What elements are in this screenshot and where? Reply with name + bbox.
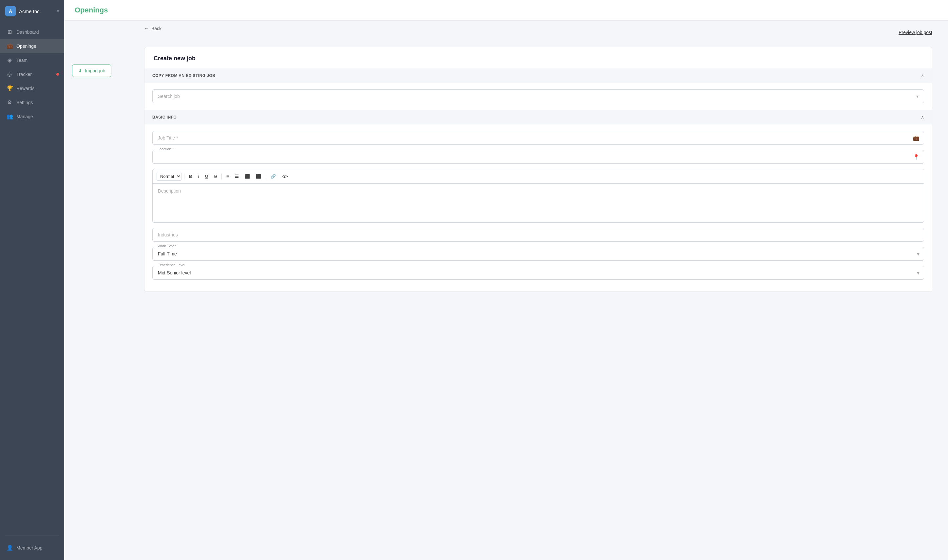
bold-button[interactable]: B bbox=[187, 173, 194, 180]
sidebar-item-label: Manage bbox=[16, 114, 33, 119]
sidebar: A Acme Inc. ▾ ⊞ Dashboard 💼 Openings ◈ T… bbox=[0, 0, 64, 560]
sidebar-item-label: Dashboard bbox=[16, 29, 39, 35]
sidebar-item-openings[interactable]: 💼 Openings bbox=[0, 39, 64, 53]
main-content: Openings ⬇ Import job ← Back Preview job… bbox=[64, 0, 948, 560]
preview-job-post-link[interactable]: Preview job post bbox=[899, 30, 932, 35]
sidebar-item-manage[interactable]: 👥 Manage bbox=[0, 109, 64, 123]
industries-group bbox=[152, 228, 924, 242]
topbar: Openings bbox=[64, 0, 948, 21]
sidebar-item-settings[interactable]: ⚙ Settings bbox=[0, 95, 64, 109]
work-type-group: Work Type* Full-Time Part-Time Contract … bbox=[152, 247, 924, 261]
sidebar-bottom: 👤 Member App bbox=[0, 538, 64, 560]
description-editor[interactable]: Description bbox=[152, 183, 924, 223]
dropdown-chevron-icon: ▾ bbox=[916, 94, 919, 99]
copy-section-body: Search job ▾ bbox=[145, 83, 932, 110]
company-header[interactable]: A Acme Inc. ▾ bbox=[0, 0, 64, 22]
form-title: Create new job bbox=[145, 47, 932, 68]
member-app-icon: 👤 bbox=[6, 545, 12, 551]
arrow-left-icon: ← bbox=[144, 26, 149, 31]
work-type-select[interactable]: Full-Time Part-Time Contract Internship … bbox=[152, 247, 924, 261]
location-pin-icon: 📍 bbox=[913, 154, 919, 160]
sidebar-item-rewards[interactable]: 🏆 Rewards bbox=[0, 81, 64, 95]
company-logo: A bbox=[5, 6, 16, 16]
company-name: Acme Inc. bbox=[19, 9, 54, 14]
basic-info-chevron-up-icon: ∧ bbox=[921, 115, 924, 120]
basic-info-section-label: BASIC INFO bbox=[152, 115, 177, 120]
sidebar-divider bbox=[5, 535, 59, 535]
back-label: Back bbox=[151, 26, 162, 31]
toolbar-separator bbox=[184, 174, 185, 180]
dashboard-icon: ⊞ bbox=[6, 29, 12, 35]
sidebar-item-member-app[interactable]: 👤 Member App bbox=[0, 541, 64, 555]
manage-icon: 👥 bbox=[6, 113, 12, 120]
link-button[interactable]: 🔗 bbox=[269, 173, 278, 180]
work-type-select-wrap: Full-Time Part-Time Contract Internship … bbox=[152, 247, 924, 261]
import-job-button[interactable]: ⬇ Import job bbox=[72, 65, 111, 77]
page-title: Openings bbox=[75, 6, 108, 14]
tracker-icon: ◎ bbox=[6, 71, 12, 77]
create-job-form: Create new job COPY FROM AN EXISTING JOB… bbox=[144, 47, 932, 292]
align-left-button[interactable]: ⬛ bbox=[243, 173, 252, 180]
toolbar-separator-3 bbox=[266, 174, 266, 180]
location-input-wrap: USA 📍 bbox=[152, 150, 924, 164]
sidebar-item-label: Openings bbox=[16, 43, 36, 49]
basic-info-section-header[interactable]: BASIC INFO ∧ bbox=[145, 110, 932, 125]
sidebar-item-label: Team bbox=[16, 58, 28, 63]
sidebar-item-dashboard[interactable]: ⊞ Dashboard bbox=[0, 25, 64, 39]
briefcase-icon: 💼 bbox=[913, 135, 919, 141]
sidebar-item-label: Rewards bbox=[16, 86, 34, 91]
sidebar-nav: ⊞ Dashboard 💼 Openings ◈ Team ◎ Tracker … bbox=[0, 22, 64, 532]
align-right-button[interactable]: ⬛ bbox=[254, 173, 263, 180]
sidebar-item-label: Settings bbox=[16, 100, 33, 105]
underline-button[interactable]: U bbox=[203, 173, 210, 180]
import-icon: ⬇ bbox=[78, 68, 82, 73]
back-row: ← Back Preview job post bbox=[144, 26, 932, 39]
openings-icon: 💼 bbox=[6, 43, 12, 49]
sidebar-item-tracker[interactable]: ◎ Tracker bbox=[0, 67, 64, 81]
content-area: ⬇ Import job ← Back Preview job post Cre… bbox=[64, 21, 948, 560]
search-job-dropdown[interactable]: Search job ▾ bbox=[152, 89, 924, 103]
job-title-group: 💼 bbox=[152, 131, 924, 145]
italic-button[interactable]: I bbox=[196, 173, 201, 180]
tracker-dot bbox=[56, 73, 59, 75]
code-button[interactable]: </> bbox=[280, 173, 290, 180]
rewards-icon: 🏆 bbox=[6, 85, 12, 91]
left-nav-job-requirements[interactable] bbox=[72, 38, 128, 45]
experience-level-group: Experience Level Entry level Mid-Senior … bbox=[152, 266, 924, 280]
form-area: ← Back Preview job post Create new job C… bbox=[136, 21, 948, 560]
experience-level-select[interactable]: Entry level Mid-Senior level Director Ex… bbox=[152, 266, 924, 280]
team-icon: ◈ bbox=[6, 57, 12, 63]
basic-info-section-body: 💼 Location * USA 📍 N bbox=[145, 125, 932, 292]
location-input[interactable]: USA bbox=[152, 150, 924, 164]
copy-section-header[interactable]: COPY FROM AN EXISTING JOB ∧ bbox=[145, 68, 932, 83]
location-group: Location * USA 📍 bbox=[152, 150, 924, 164]
sidebar-item-label: Member App bbox=[16, 545, 42, 551]
sidebar-item-label: Tracker bbox=[16, 72, 32, 77]
job-title-input[interactable] bbox=[152, 131, 924, 145]
left-nav-basic-info[interactable] bbox=[72, 31, 128, 38]
experience-level-select-wrap: Entry level Mid-Senior level Director Ex… bbox=[152, 266, 924, 280]
description-group: Normal B I U S ≡ ☰ ⬛ ⬛ bbox=[152, 169, 924, 223]
description-placeholder: Description bbox=[158, 188, 181, 194]
back-link[interactable]: ← Back bbox=[144, 26, 162, 31]
industries-input[interactable] bbox=[152, 228, 924, 242]
ordered-list-button[interactable]: ≡ bbox=[225, 173, 231, 180]
left-nav: ⬇ Import job bbox=[64, 21, 136, 560]
settings-icon: ⚙ bbox=[6, 99, 12, 105]
editor-toolbar: Normal B I U S ≡ ☰ ⬛ ⬛ bbox=[152, 169, 924, 183]
unordered-list-button[interactable]: ☰ bbox=[233, 173, 241, 180]
strikethrough-button[interactable]: S bbox=[212, 173, 219, 180]
text-style-select[interactable]: Normal bbox=[157, 172, 182, 181]
copy-section-label: COPY FROM AN EXISTING JOB bbox=[152, 73, 215, 78]
left-nav-job-post-settings[interactable] bbox=[72, 46, 128, 52]
sidebar-item-team[interactable]: ◈ Team bbox=[0, 53, 64, 67]
toolbar-separator-2 bbox=[222, 174, 222, 180]
copy-section-chevron-up-icon: ∧ bbox=[921, 73, 924, 78]
left-nav-referral-reward[interactable] bbox=[72, 53, 128, 59]
search-job-placeholder: Search job bbox=[158, 94, 180, 99]
chevron-down-icon: ▾ bbox=[57, 9, 59, 14]
